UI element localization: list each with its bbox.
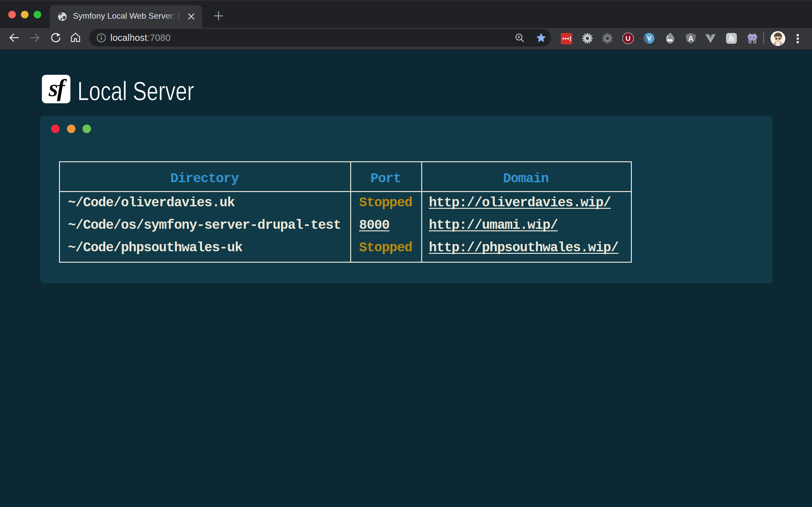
svg-text:A: A (688, 35, 694, 43)
svg-text:V: V (647, 35, 652, 42)
svg-text:h: h (729, 33, 734, 43)
svg-text:U: U (625, 35, 630, 43)
